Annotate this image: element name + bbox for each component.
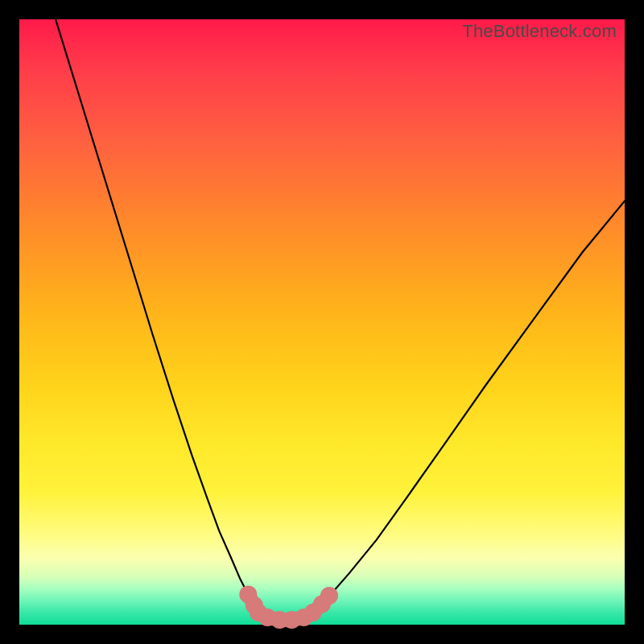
chart-frame: TheBottleneck.com xyxy=(19,19,625,625)
curve-left xyxy=(56,19,258,613)
chart-svg xyxy=(19,19,625,625)
minimum-beads-group xyxy=(239,585,338,629)
curve-right xyxy=(313,201,625,613)
minimum-bead xyxy=(320,587,338,605)
